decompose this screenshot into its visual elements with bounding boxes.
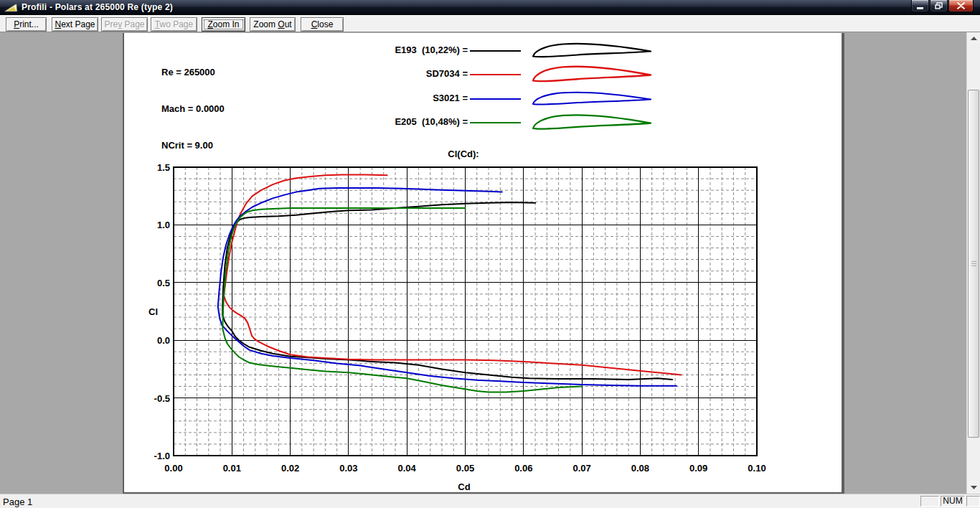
y-tick-label: 0.0: [157, 335, 170, 346]
toolbar: Print...Next PagePrev PageTwo PageZoom I…: [0, 15, 980, 32]
window-title: Profili - Polars at 265000 Re (type 2): [22, 2, 173, 12]
y-tick-label: -0.5: [154, 393, 170, 404]
mach-value: Mach = 0.0000: [161, 103, 225, 115]
print-button[interactable]: Print...: [6, 17, 47, 32]
scrollbar-grip: [971, 261, 976, 267]
zoom-in-button[interactable]: Zoom In: [202, 17, 245, 32]
legend-line-sample-1: [470, 50, 521, 52]
window-titlebar: Profili - Polars at 265000 Re (type 2): [0, 0, 980, 15]
x-tick-label: 0.08: [631, 463, 649, 474]
legend-label-1: E193 (10,22%) =: [303, 44, 468, 55]
y-tick-label: -1.0: [154, 451, 170, 461]
scrollbar-thumb[interactable]: [968, 90, 979, 438]
num-lock-indicator: NUM: [941, 496, 965, 507]
preview-page: Re = 265000 Mach = 0.0000 NCrit = 9.00 E…: [123, 33, 844, 494]
airfoil-outline-1: [529, 41, 655, 64]
airfoil-outline-4: [529, 113, 655, 136]
next-page-button[interactable]: Next Page: [52, 17, 98, 32]
legend-label-3: S3021 =: [303, 93, 468, 103]
y-tick-label: 1.0: [157, 220, 170, 230]
close-button[interactable]: Close: [301, 17, 344, 32]
x-tick-label: 0.07: [573, 463, 590, 474]
x-tick-label: 0.05: [456, 463, 474, 474]
status-panel-empty-2: [966, 496, 980, 507]
status-bar: Page 1 NUM: [0, 494, 980, 508]
x-tick-label: 0.02: [281, 463, 299, 474]
x-tick-label: 0.03: [339, 463, 357, 474]
vertical-scrollbar[interactable]: [966, 32, 980, 494]
x-tick-label: 0.01: [223, 463, 241, 474]
y-tick-label: 1.5: [157, 162, 170, 173]
chart-title: Cl(Cd):: [448, 149, 479, 159]
legend-label-4: E205 (10,48%) =: [303, 116, 468, 127]
two-page-button[interactable]: Two Page: [151, 17, 197, 32]
x-tick-label: 0.10: [748, 463, 765, 474]
polar-curve-4: [222, 208, 582, 392]
y-tick-label: 0.5: [157, 278, 170, 288]
prev-page-button[interactable]: Prev Page: [101, 17, 148, 32]
polar-chart: Cl(Cd):0.000.010.020.030.040.050.060.070…: [124, 141, 842, 499]
page-indicator: Page 1: [3, 497, 32, 507]
x-tick-label: 0.09: [689, 463, 707, 474]
scroll-down-button[interactable]: [967, 481, 980, 494]
minimize-button[interactable]: [911, 0, 929, 12]
legend-line-sample-4: [470, 122, 521, 123]
x-axis-label: Cd: [458, 481, 470, 492]
maximize-button[interactable]: [930, 0, 948, 12]
window-controls: [910, 0, 974, 12]
x-tick-label: 0.06: [514, 463, 532, 474]
reynolds-value: Re = 265000: [161, 66, 225, 78]
scroll-up-button[interactable]: [967, 32, 980, 44]
x-tick-label: 0.00: [164, 463, 182, 474]
application-window: Profili - Polars at 265000 Re (type 2) P…: [0, 0, 980, 508]
status-panel-empty-1: [920, 496, 939, 507]
close-window-button[interactable]: [948, 0, 974, 12]
x-tick-label: 0.04: [398, 463, 417, 474]
legend-label-2: SD7034 =: [303, 68, 468, 79]
legend-line-sample-2: [470, 74, 521, 75]
legend-line-sample-3: [470, 98, 521, 100]
app-icon: [4, 2, 18, 16]
airfoil-outline-3: [529, 89, 655, 112]
preview-area: Re = 265000 Mach = 0.0000 NCrit = 9.00 E…: [0, 33, 980, 494]
airfoil-outline-2: [529, 65, 655, 88]
y-axis-label: Cl: [149, 306, 158, 317]
zoom-out-button[interactable]: Zoom Out: [250, 17, 296, 32]
